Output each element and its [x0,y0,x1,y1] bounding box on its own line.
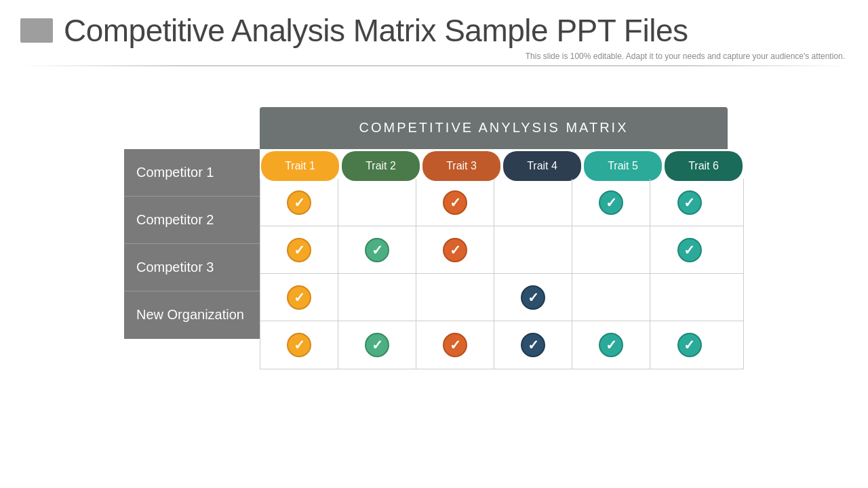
checkmark-icon: ✓ [443,190,467,215]
checkmark-icon: ✓ [365,238,389,262]
title-accent-bar [20,18,53,43]
page-header: Competitive Analysis Matrix Sample PPT F… [0,0,868,73]
checkmark-icon: ✓ [677,333,702,357]
checkmark-icon: ✓ [521,333,545,357]
main-content: Competitor 1Competitor 2Competitor 3New … [0,107,868,369]
trait-header-4: Trait 4 [503,151,581,181]
data-cell-r1-c3: ✓ [416,179,494,226]
data-cell-r2-c3: ✓ [416,226,494,274]
checkmark-icon: ✓ [287,285,311,310]
data-cell-r2-c2: ✓ [338,226,416,274]
data-cell-r3-c3 [416,274,494,321]
checkmark-icon: ✓ [443,333,467,357]
data-row-3: ✓✓ [260,274,743,321]
trait-header-6: Trait 6 [665,151,743,181]
trait-header-2: Trait 2 [342,151,420,181]
data-cell-r1-c5: ✓ [572,179,650,226]
data-cell-r3-c2 [338,274,416,321]
row-label-4: New Organization [124,291,260,339]
checkmark-icon: ✓ [287,190,311,215]
checkmark-icon: ✓ [287,238,311,262]
data-cell-r3-c6 [650,274,728,321]
data-rows-container: ✓✓✓✓✓✓✓✓✓✓✓✓✓✓✓✓ [260,179,744,369]
data-cell-r4-c6: ✓ [650,321,728,369]
data-cell-r2-c1: ✓ [260,226,338,274]
data-cell-r3-c4: ✓ [494,274,572,321]
matrix-title-text: COMPETITIVE ANYLYSIS MATRIX [359,120,629,136]
row-labels: Competitor 1Competitor 2Competitor 3New … [124,149,260,339]
data-cell-r4-c1: ✓ [260,321,338,369]
checkmark-icon: ✓ [677,190,702,215]
row-label-3: Competitor 3 [124,244,260,291]
matrix-title-bar: COMPETITIVE ANYLYSIS MATRIX [260,107,728,149]
subtitle-text: This slide is 100% editable. Adapt it to… [20,52,848,61]
checkmark-icon: ✓ [443,238,467,262]
trait-header-5: Trait 5 [584,151,662,181]
trait-header-1: Trait 1 [261,151,339,181]
checkmark-icon: ✓ [365,333,389,357]
data-row-2: ✓✓✓✓ [260,226,743,274]
page-title: Competitive Analysis Matrix Sample PPT F… [64,12,688,49]
data-cell-r4-c5: ✓ [572,321,650,369]
data-cell-r2-c4 [494,226,572,274]
row-label-2: Competitor 2 [124,197,260,244]
data-cell-r4-c4: ✓ [494,321,572,369]
data-cell-r1-c4 [494,179,572,226]
header-divider [20,65,848,66]
data-row-4: ✓✓✓✓✓✓ [260,321,743,369]
checkmark-icon: ✓ [287,333,311,357]
data-cell-r1-c2 [338,179,416,226]
data-cell-r4-c2: ✓ [338,321,416,369]
matrix-table: Competitor 1Competitor 2Competitor 3New … [124,107,744,369]
checkmark-icon: ✓ [521,285,545,310]
trait-header-row: Trait 1Trait 2Trait 3Trait 4Trait 5Trait… [260,149,744,179]
trait-header-3: Trait 3 [422,151,500,181]
row-label-1: Competitor 1 [124,149,260,197]
data-cell-r1-c6: ✓ [650,179,728,226]
data-cell-r2-c5 [572,226,650,274]
data-cell-r3-c1: ✓ [260,274,338,321]
data-row-1: ✓✓✓✓ [260,179,743,226]
data-cell-r2-c6: ✓ [650,226,728,274]
checkmark-icon: ✓ [599,333,623,357]
checkmark-icon: ✓ [677,238,702,262]
matrix-grid: COMPETITIVE ANYLYSIS MATRIX Trait 1Trait… [260,107,744,369]
data-cell-r4-c3: ✓ [416,321,494,369]
data-cell-r3-c5 [572,274,650,321]
data-cell-r1-c1: ✓ [260,179,338,226]
checkmark-icon: ✓ [599,190,623,215]
